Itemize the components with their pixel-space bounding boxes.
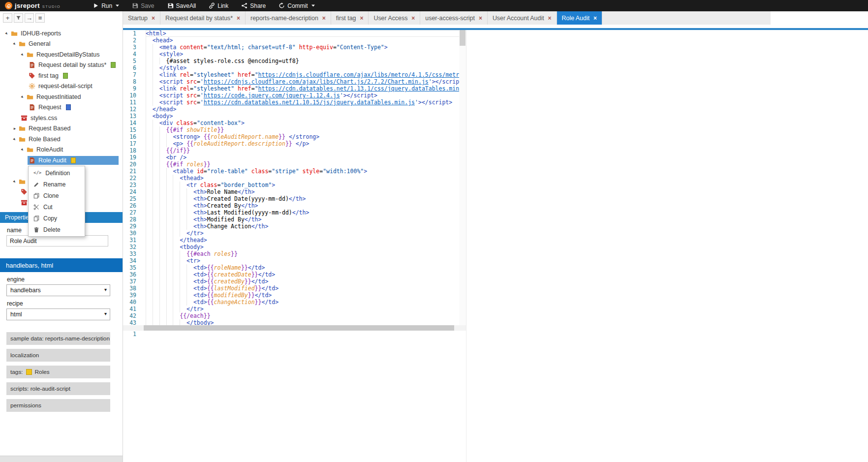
code-line[interactable]: </tr>: [146, 306, 466, 312]
line-number[interactable]: 7: [123, 71, 136, 78]
line-number[interactable]: 13: [123, 113, 136, 120]
line-number[interactable]: 31: [123, 237, 136, 244]
tree-item-roleaudit[interactable]: ▸RoleAudit: [0, 145, 123, 155]
tree-item-styles-css[interactable]: styles.css: [0, 113, 123, 123]
line-number[interactable]: 22: [123, 175, 136, 182]
editor-horizontal-scrollbar[interactable]: [123, 325, 466, 331]
line-number[interactable]: 15: [123, 126, 136, 133]
code-viewport[interactable]: 1234567891011121314151617181920212223242…: [123, 30, 466, 325]
properties-section-scripts-role-audit-script[interactable]: scripts: role-audit-script: [6, 382, 110, 395]
line-number[interactable]: 43: [123, 319, 136, 325]
code-line[interactable]: <strong> {{roleAuditReport.name}} </stro…: [146, 133, 466, 140]
code-line[interactable]: <br />: [146, 154, 466, 161]
line-number[interactable]: 34: [123, 257, 136, 264]
code-line[interactable]: <script src='https://cdn.datatables.net/…: [146, 99, 466, 106]
code-line[interactable]: <script src='https://cdnjs.cloudflare.co…: [146, 78, 466, 85]
code-line[interactable]: <td>{{modifiedBy}}</td>: [146, 292, 466, 299]
line-number[interactable]: 42: [123, 312, 136, 319]
run-button[interactable]: Run: [86, 0, 125, 11]
code-line[interactable]: {#asset styles-role.css @encoding=utf8}: [146, 58, 466, 64]
code-line[interactable]: <tbody>: [146, 244, 466, 250]
horizontal-scroll-thumb[interactable]: [144, 325, 454, 331]
code-line[interactable]: <td>{{lastModified}}</td>: [146, 285, 466, 292]
arrow-button[interactable]: →: [25, 13, 34, 23]
line-number[interactable]: 40: [123, 299, 136, 306]
code-line[interactable]: {{/each}}: [146, 312, 466, 319]
line-number[interactable]: 8: [123, 78, 136, 85]
line-number[interactable]: 33: [123, 250, 136, 257]
tree-item-requestinitiated[interactable]: ▸RequestInitiated: [0, 92, 123, 102]
code-line[interactable]: <th>Change Action</th>: [146, 223, 466, 230]
code-line[interactable]: </style>: [146, 64, 466, 71]
engine-select[interactable]: handlebars ▾: [6, 284, 110, 296]
line-number[interactable]: 37: [123, 278, 136, 285]
line-number[interactable]: 3: [123, 44, 136, 51]
tree-menu-button[interactable]: ≡: [35, 13, 45, 23]
filter-button[interactable]: [14, 13, 23, 23]
expand-arrow-icon[interactable]: ▸: [12, 126, 18, 131]
code-line[interactable]: <th>Created Date(yyyy-mm-dd)</th>: [146, 195, 466, 202]
code-line[interactable]: <p> {{roleAuditReport.description}} </p>: [146, 140, 466, 147]
context-menu-delete[interactable]: Delete: [29, 224, 85, 235]
share-button[interactable]: Share: [235, 0, 272, 11]
code-line[interactable]: <head>: [146, 37, 466, 44]
editor-code[interactable]: [144, 331, 466, 338]
close-tab-icon[interactable]: ×: [548, 15, 552, 22]
code-line[interactable]: <body>: [146, 113, 466, 120]
properties-section-localization[interactable]: localization: [6, 349, 110, 362]
line-number[interactable]: 21: [123, 168, 136, 175]
line-number[interactable]: 32: [123, 244, 136, 250]
code-line[interactable]: <script src='https://code.jquery.com/jqu…: [146, 92, 466, 99]
code-line[interactable]: <style>: [146, 51, 466, 58]
line-number[interactable]: 19: [123, 154, 136, 161]
line-number[interactable]: 11: [123, 99, 136, 106]
close-tab-icon[interactable]: ×: [479, 15, 482, 22]
code-line[interactable]: </head>: [146, 106, 466, 113]
properties-section-sample-data-reports-name-description[interactable]: sample data: reports-name-description: [6, 332, 110, 345]
properties-section-tags[interactable]: tags:Roles: [6, 366, 110, 378]
code-line[interactable]: </tbody>: [146, 319, 466, 325]
line-number[interactable]: 10: [123, 92, 136, 99]
context-menu-cut[interactable]: Cut: [29, 201, 85, 213]
editor-bottom-pane[interactable]: 1: [123, 331, 466, 339]
line-number[interactable]: 27: [123, 209, 136, 216]
code-line[interactable]: <td>{{createdBy}}</td>: [146, 278, 466, 285]
tree-item-request-detail-script[interactable]: request-detail-script: [0, 81, 123, 92]
tree-item-general[interactable]: ▸General: [0, 39, 123, 50]
line-number[interactable]: 12: [123, 106, 136, 113]
tree-item-request[interactable]: Request: [0, 102, 123, 113]
tab-startup[interactable]: Startup×: [123, 11, 160, 25]
code-line[interactable]: <td>{{createdDate}}</td>: [146, 271, 466, 278]
close-tab-icon[interactable]: ×: [360, 15, 363, 22]
tree-item-first-tag[interactable]: first tag: [0, 70, 123, 81]
line-number[interactable]: 4: [123, 51, 136, 58]
tree-item-idhub-reports[interactable]: ▸IDHUB-reports: [0, 28, 123, 39]
line-number[interactable]: 38: [123, 285, 136, 292]
tab-user-access[interactable]: User Access×: [369, 11, 420, 25]
tab-role-audit[interactable]: Role Audit×: [557, 11, 603, 25]
line-number[interactable]: 9: [123, 85, 136, 92]
recipe-select[interactable]: html ▾: [6, 308, 110, 320]
code-line[interactable]: <th>Role Name</th>: [146, 188, 466, 195]
code-line[interactable]: <link rel="stylesheet" href="https://cdn…: [146, 71, 466, 78]
vertical-scroll-thumb[interactable]: [460, 30, 465, 46]
tab-user-account-audit[interactable]: User Account Audit×: [488, 11, 557, 25]
line-number[interactable]: 30: [123, 230, 136, 237]
code-line[interactable]: </tr>: [146, 230, 466, 237]
template-type-header[interactable]: handlebars, html: [0, 258, 123, 272]
editor-gutter[interactable]: 1234567891011121314151617181920212223242…: [123, 30, 144, 325]
properties-section-permissions[interactable]: permissions: [6, 399, 110, 412]
tab-request-detail-by-status[interactable]: Request detail by status*×: [160, 11, 246, 25]
tree-item-request-detail-by-status[interactable]: Request detail by status*: [0, 60, 123, 71]
context-menu-rename[interactable]: Rename: [29, 179, 85, 190]
code-line[interactable]: </thead>: [146, 237, 466, 244]
code-line[interactable]: <tr class="border_bottom">: [146, 182, 466, 188]
tree-item-role-based[interactable]: ▸Role Based: [0, 134, 123, 145]
code-line[interactable]: <div class="content-box">: [146, 120, 466, 126]
save-button[interactable]: Save: [125, 0, 160, 11]
close-tab-icon[interactable]: ×: [322, 15, 326, 22]
line-number[interactable]: 14: [123, 120, 136, 126]
code-line[interactable]: <td>{{changeAction}}</td>: [146, 299, 466, 306]
add-entity-button[interactable]: +: [3, 13, 12, 23]
context-menu-definition[interactable]: </>Definition: [29, 167, 85, 179]
